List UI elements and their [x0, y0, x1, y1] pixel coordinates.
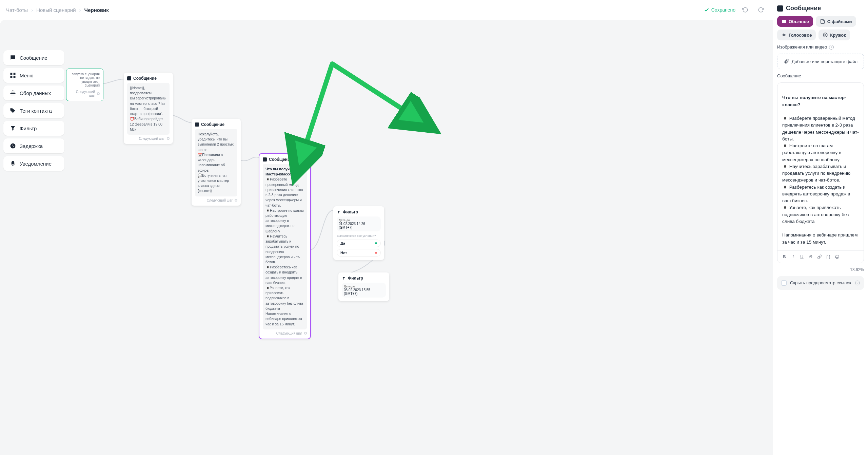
block-tags[interactable]: Теги контакта [3, 103, 64, 118]
hide-preview-label: Скрыть предпросмотр ссылок [790, 280, 851, 285]
clock-icon [9, 143, 16, 149]
undo-button[interactable] [739, 4, 751, 16]
canvas[interactable]: запуска сценария не задан. не увидят это… [0, 20, 773, 455]
chevron-right-icon: › [31, 7, 33, 13]
info-icon[interactable]: ? [829, 45, 834, 50]
node-message-1[interactable]: Сообщение {{Name}}, поздравляем! Вы заре… [124, 73, 173, 144]
message-icon [127, 76, 131, 80]
svg-line-6 [304, 65, 332, 149]
undo-icon [742, 7, 748, 13]
node-filter-1[interactable]: Фильтр Дата до 01.02.2023 14:26 (GMT+7) … [333, 206, 384, 260]
check-icon [704, 7, 709, 13]
media-uploader[interactable]: Добавьте или перетащите файл [777, 54, 864, 69]
block-delay[interactable]: Задержка [3, 138, 64, 153]
blocks-palette: Сообщение Меню Сбор данных Теги контакта… [3, 50, 64, 171]
hide-preview-row[interactable]: Скрыть предпросмотр ссылок ? [777, 276, 864, 290]
block-filter[interactable]: Фильтр [3, 121, 64, 136]
svg-rect-7 [782, 20, 786, 23]
node-message-2[interactable]: Сообщение Пожалуйста, убедитесь, что вы … [192, 119, 241, 206]
editor-content: ◾ Разберете проверенный метод привлечени… [782, 116, 859, 245]
char-percent: 13.62% [777, 267, 864, 272]
info-icon[interactable]: ? [855, 281, 860, 285]
file-icon [820, 19, 825, 24]
menu-icon [9, 72, 16, 79]
saved-status: Сохранено [704, 7, 735, 13]
italic-button[interactable]: I [789, 253, 797, 261]
image-icon [781, 19, 787, 24]
bold-button[interactable]: B [780, 253, 788, 261]
collect-icon [9, 90, 16, 96]
connections [0, 20, 773, 455]
tab-files[interactable]: С файлами [816, 16, 856, 27]
filter-icon [9, 125, 16, 132]
crumb-draft[interactable]: Черновик [84, 7, 109, 13]
circle-video-icon [823, 32, 828, 38]
svg-rect-0 [11, 73, 13, 75]
code-button[interactable]: { } [824, 253, 832, 261]
message-icon [9, 54, 16, 61]
breadcrumb: Чат-боты › Новый сценарий › Черновик [6, 7, 109, 13]
tab-circle[interactable]: Кружок [818, 30, 850, 40]
panel-title: Сообщение [777, 5, 864, 12]
filter-icon [337, 210, 341, 214]
link-button[interactable] [815, 253, 824, 261]
block-menu[interactable]: Меню [3, 68, 64, 83]
svg-rect-2 [11, 76, 13, 78]
bell-icon [9, 160, 16, 167]
crumb-chatbots[interactable]: Чат-боты [6, 7, 28, 13]
block-collect[interactable]: Сбор данных [3, 86, 64, 100]
block-message[interactable]: Сообщение [3, 50, 64, 65]
message-icon [263, 157, 267, 162]
block-notify[interactable]: Уведомление [3, 156, 64, 171]
trigger-text: запуска сценария не задан. не увидят это… [70, 72, 100, 87]
checkbox[interactable] [781, 280, 787, 286]
underline-button[interactable]: U [798, 253, 806, 261]
message-icon [195, 122, 199, 127]
emoji-icon [835, 254, 840, 259]
message-section-label: Сообщение [777, 73, 864, 78]
message-editor[interactable]: Что вы получите на мастер-классе? ◾ Разб… [777, 82, 864, 263]
trigger-node[interactable]: запуска сценария не задан. не увидят это… [66, 69, 103, 101]
node-filter-2[interactable]: Фильтр Дата до 03.02.2023 15:55 (GMT+7) [338, 272, 389, 301]
paperclip-icon [784, 59, 789, 64]
chevron-right-icon: › [79, 7, 81, 13]
link-icon [817, 254, 822, 259]
svg-rect-1 [14, 73, 16, 75]
node-message-3[interactable]: Сообщение Что вы получите на мастер-клас… [259, 154, 310, 339]
audio-icon [781, 32, 787, 38]
message-icon [777, 5, 783, 12]
redo-button[interactable] [755, 4, 767, 16]
crumb-scenario[interactable]: Новый сценарий [36, 7, 76, 13]
strike-button[interactable]: S [807, 253, 815, 261]
message-type-tabs: Обычное С файлами Голосовое Кружок [777, 16, 864, 40]
filter-icon [342, 276, 346, 280]
redo-icon [758, 7, 764, 13]
media-section-label: Изображения или видео ? [777, 44, 864, 50]
svg-rect-3 [14, 76, 16, 78]
tab-voice[interactable]: Голосовое [777, 30, 816, 40]
editor-heading: Что вы получите на мастер-классе? [782, 95, 846, 107]
right-panel: Сообщение Обычное С файлами Голосовое Кр… [773, 0, 868, 455]
topbar: Чат-боты › Новый сценарий › Черновик Сох… [0, 0, 773, 20]
tag-icon [9, 107, 16, 114]
svg-line-5 [332, 64, 409, 113]
tab-regular[interactable]: Обычное [777, 16, 813, 27]
annotation-arrows [0, 20, 773, 455]
svg-point-9 [835, 255, 839, 259]
editor-toolbar: B I U S { } [777, 250, 864, 263]
emoji-button[interactable] [833, 253, 841, 261]
